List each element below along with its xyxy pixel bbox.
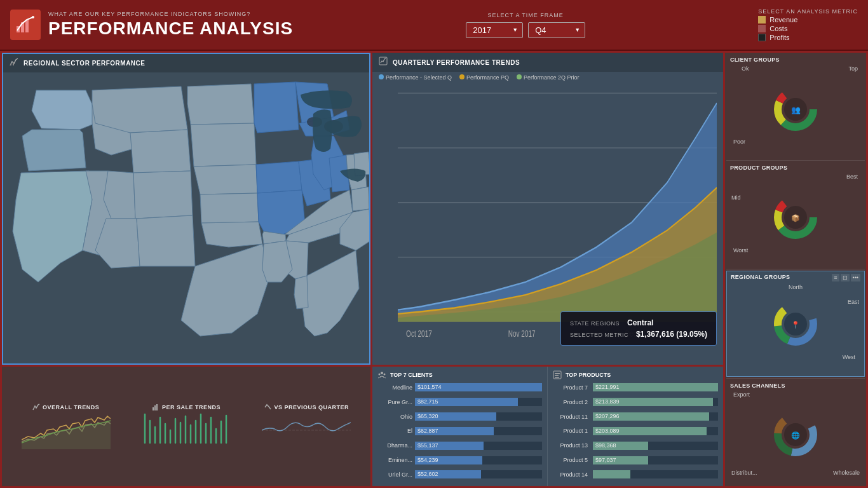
costs-label: Costs — [770, 25, 787, 32]
region-east-label: East — [848, 299, 859, 305]
revenue-box — [758, 16, 766, 24]
svg-rect-104 — [555, 373, 560, 374]
svg-marker-19 — [191, 123, 256, 166]
quarterly-panel-title: Quarterly Performance Trends — [393, 59, 520, 66]
svg-marker-7 — [32, 90, 95, 130]
svg-text:🌐: 🌐 — [791, 431, 800, 440]
product-name-1: Product 2 — [553, 399, 588, 405]
regional-expand-btn[interactable]: ≡ — [832, 274, 839, 281]
svg-text:Nov 2017: Nov 2017 — [508, 329, 536, 339]
area-chart[interactable]: 2.0M 1.5M 1.0M 0.5M 0.0M Oct 2017 Nov 20… — [372, 83, 723, 365]
top7-label: Top 7 Clients — [390, 372, 433, 378]
product-row-5: Product 5 $97,037 — [553, 456, 718, 464]
costs-box — [758, 25, 766, 32]
divider-2 — [726, 269, 865, 269]
svg-marker-24 — [254, 82, 299, 133]
year-dropdown[interactable]: 2017 2016 2018 — [466, 22, 523, 38]
tooltip-metric-label: Selected Metric — [570, 332, 628, 338]
overall-trends-label: Overall Trends — [32, 403, 99, 411]
regional-groups-section: Regional Groups ≡ ⊡ ••• 📍 North East Wes… — [726, 271, 865, 377]
legend-2q-prior: Performance 2Q Prior — [517, 74, 580, 81]
svg-text:👥: 👥 — [791, 105, 801, 114]
client-name-5: Eminen... — [377, 457, 412, 463]
map-panel-icon — [10, 58, 18, 69]
legend-profits: Profits — [758, 34, 797, 41]
header-icon — [10, 10, 41, 40]
client-value-4: $55,137 — [417, 442, 438, 449]
per-sale-trends-block: Per Sale Trends — [126, 403, 246, 449]
client-name-6: Uriel Gr... — [377, 471, 412, 478]
svg-marker-20 — [194, 165, 257, 194]
client-row-4: Dharma... $55,137 — [377, 442, 542, 450]
regional-groups-donut[interactable]: 📍 — [764, 297, 827, 348]
per-sale-label: Per Sale Trends — [152, 403, 220, 411]
product-row-3: Product 1 $203,089 — [553, 427, 718, 435]
client-row-0: Medline $101,574 — [377, 383, 542, 391]
client-name-1: Pure Gr... — [377, 399, 412, 405]
product-groups-title: Product Groups — [730, 165, 861, 171]
channel-export-label: Export — [733, 391, 750, 398]
svg-rect-79 — [153, 407, 154, 410]
product-best-label: Best — [846, 173, 858, 180]
header: What are our key performance indicators … — [0, 0, 868, 51]
sales-channels-donut[interactable]: 🌐 — [764, 408, 827, 459]
client-groups-title: Client Groups — [730, 57, 861, 63]
svg-rect-105 — [555, 375, 559, 376]
header-subtitle: What are our key performance indicators … — [48, 11, 293, 17]
svg-marker-25 — [256, 161, 302, 193]
chart-legend: Performance - Selected Q Performance PQ … — [372, 72, 723, 83]
client-top-label: Top — [848, 65, 858, 72]
top-products-section: TOP PRODUCTS Product 7 $221,991 Product … — [548, 367, 723, 486]
overall-trends-chart[interactable] — [22, 411, 111, 449]
client-groups-donut[interactable]: 👥 — [764, 83, 827, 133]
chart-tooltip: State Regions Central Selected Metric $1… — [560, 311, 717, 346]
quarter-dropdown[interactable]: Q4 Q1 Q2 Q3 — [528, 22, 585, 38]
region-north-label: North — [789, 284, 803, 290]
product-row-4: Product 13 $98,368 — [553, 442, 718, 450]
map-container[interactable] — [3, 72, 369, 362]
svg-rect-81 — [156, 404, 158, 410]
client-row-2: Ohio $65,320 — [377, 412, 542, 421]
svg-marker-38 — [351, 187, 369, 211]
sales-channels-title: Sales Channels — [730, 383, 861, 389]
overall-trends-block: Overall Trends — [6, 403, 126, 449]
legend-items: Revenue Costs Profits — [758, 16, 797, 41]
tooltip-state-value: Central — [627, 318, 653, 327]
svg-rect-106 — [555, 377, 559, 378]
legend-pq: Performance PQ — [459, 74, 509, 81]
dropdowns-row: 2017 2016 2018 Q4 Q1 Q2 Q3 — [466, 22, 585, 38]
svg-marker-18 — [187, 84, 254, 125]
products-section-title: TOP PRODUCTS — [553, 370, 718, 379]
regional-fullscreen-btn[interactable]: ⊡ — [841, 274, 850, 281]
legend-revenue: Revenue — [758, 16, 797, 24]
channel-wholesale-label: Wholesale — [833, 470, 860, 476]
svg-rect-2 — [25, 20, 29, 32]
year-dropdown-wrap[interactable]: 2017 2016 2018 — [466, 22, 523, 38]
svg-text:📦: 📦 — [791, 214, 800, 222]
client-value-3: $62,887 — [417, 428, 438, 434]
per-sale-chart[interactable] — [142, 411, 231, 449]
regional-more-btn[interactable]: ••• — [851, 274, 860, 281]
top7-title: Top 7 Clients — [377, 370, 542, 379]
client-value-0: $101,574 — [417, 384, 442, 390]
product-groups-donut[interactable]: 📦 — [764, 191, 827, 241]
quarter-dropdown-wrap[interactable]: Q4 Q1 Q2 Q3 — [528, 22, 585, 38]
product-groups-section: Product Groups 📦 Best Worst Mid — [726, 162, 865, 267]
product-name-3: Product 1 — [553, 428, 588, 434]
product-row-1: Product 2 $213,839 — [553, 398, 718, 406]
client-groups-section: Client Groups 👥 Top Poor Ok — [726, 54, 865, 159]
svg-text:📍: 📍 — [791, 320, 800, 329]
client-name-2: Ohio — [377, 414, 412, 420]
vs-previous-chart[interactable] — [262, 411, 351, 449]
divider-1 — [726, 160, 865, 161]
header-title: Performance Analysis — [48, 18, 293, 39]
svg-marker-21 — [200, 193, 259, 223]
svg-text:Oct 2017: Oct 2017 — [406, 329, 432, 339]
product-value-1: $213,839 — [595, 398, 620, 405]
client-name-0: Medline — [377, 384, 412, 391]
product-mid-label: Mid — [731, 194, 741, 201]
svg-rect-4 — [10, 64, 11, 65]
profits-box — [758, 34, 766, 41]
tooltip-state-label: State Regions — [570, 320, 620, 327]
right-panel: Client Groups 👥 Top Poor Ok — [725, 53, 866, 486]
